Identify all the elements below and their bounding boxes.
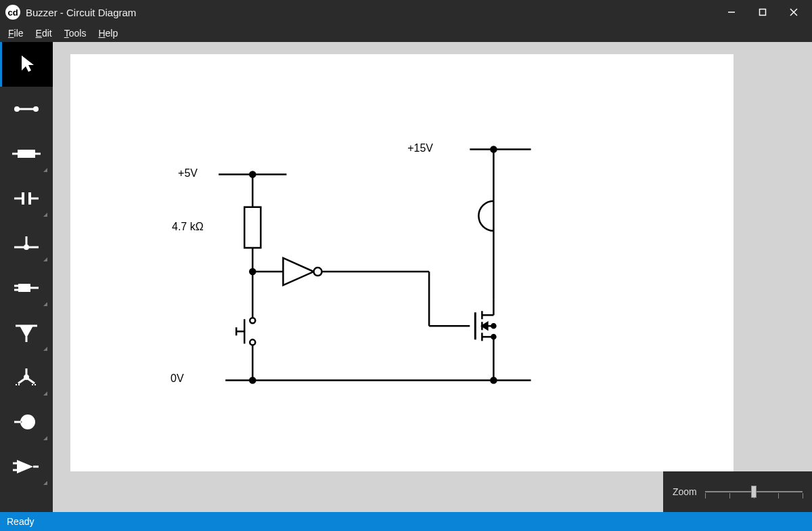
zoom-label: Zoom [673, 486, 697, 497]
expand-indicator [43, 391, 47, 396]
expand-indicator [43, 302, 47, 306]
toolbox [0, 42, 53, 512]
plug-icon [13, 280, 40, 296]
svg-point-60 [491, 335, 495, 339]
svg-point-67 [250, 318, 255, 323]
maximize-icon [759, 8, 767, 16]
menu-file[interactable]: File [8, 28, 24, 39]
tool-transistor[interactable] [0, 355, 53, 400]
minimize-button[interactable] [716, 2, 747, 22]
svg-marker-22 [20, 326, 33, 338]
svg-point-65 [491, 146, 496, 152]
capacitor-icon [13, 190, 40, 207]
app-icon: cd [5, 5, 20, 20]
svg-marker-33 [17, 460, 33, 473]
tool-meter[interactable] [0, 400, 53, 444]
svg-marker-44 [283, 258, 313, 285]
svg-line-27 [28, 379, 35, 383]
meter-icon [13, 412, 40, 432]
tool-plug[interactable] [0, 266, 53, 310]
tool-capacitor[interactable] [0, 176, 53, 221]
svg-point-75 [491, 378, 496, 383]
menu-edit[interactable]: Edit [36, 28, 52, 39]
titlebar: cd Buzzer - Circuit Diagram [0, 0, 812, 24]
expand-indicator [43, 168, 47, 172]
label-5v: +5V [171, 167, 198, 179]
zoom-panel: Zoom [663, 471, 812, 512]
circuit-diagram [70, 54, 734, 471]
junction-icon [13, 235, 40, 251]
window-title: Buzzer - Circuit Diagram [26, 7, 136, 18]
label-resistor: 4.7 kΩ [172, 221, 204, 233]
menu-help[interactable]: Help [98, 28, 118, 39]
svg-rect-1 [760, 9, 766, 16]
zoom-slider[interactable] [705, 484, 803, 500]
transistor-icon [13, 367, 40, 387]
maximize-button[interactable] [747, 2, 778, 22]
svg-point-59 [491, 324, 495, 328]
tool-diode[interactable] [0, 310, 53, 355]
close-button[interactable] [778, 2, 809, 22]
expand-indicator [43, 347, 47, 351]
svg-point-45 [314, 268, 322, 276]
svg-point-68 [250, 339, 255, 345]
tool-logic-gate[interactable] [0, 444, 53, 489]
svg-point-74 [250, 378, 255, 383]
pointer-icon [19, 54, 37, 75]
diode-icon [13, 323, 40, 342]
canvas-area: +5V +15V 4.7 kΩ 0V Zoom [53, 42, 812, 512]
tool-resistor[interactable] [0, 131, 53, 176]
resistor-icon [11, 146, 42, 161]
svg-rect-8 [18, 150, 35, 158]
tool-wire[interactable] [0, 87, 53, 131]
menubar: File Edit Tools Help [0, 24, 812, 42]
svg-point-16 [24, 245, 29, 250]
svg-point-6 [33, 106, 39, 112]
menu-tools[interactable]: Tools [64, 28, 87, 39]
tool-pointer[interactable] [0, 42, 53, 87]
svg-line-26 [18, 379, 25, 383]
tool-junction[interactable] [0, 221, 53, 266]
expand-indicator [43, 213, 47, 217]
svg-rect-40 [244, 207, 261, 248]
wire-icon [13, 102, 40, 116]
close-icon [790, 8, 798, 16]
statusbar: Ready [0, 512, 812, 531]
expand-indicator [43, 436, 47, 440]
label-0v: 0V [171, 373, 184, 385]
label-15v: +15V [399, 142, 433, 154]
minimize-icon [727, 8, 736, 16]
logic-gate-icon [13, 457, 40, 476]
workspace: +5V +15V 4.7 kΩ 0V Zoom [0, 42, 812, 512]
expand-indicator [43, 481, 47, 485]
expand-indicator [43, 257, 47, 261]
svg-rect-17 [18, 284, 30, 292]
zoom-slider-thumb[interactable] [751, 486, 757, 498]
circuit-canvas[interactable]: +5V +15V 4.7 kΩ 0V [70, 54, 734, 471]
status-text: Ready [7, 516, 34, 527]
svg-point-30 [20, 415, 35, 429]
